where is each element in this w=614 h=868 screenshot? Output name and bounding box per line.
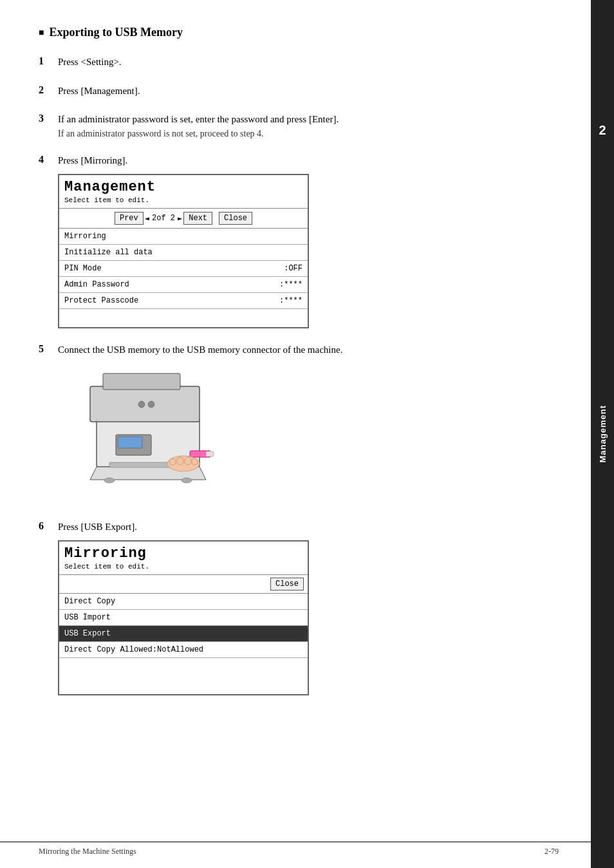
printer-illustration <box>77 367 219 496</box>
row-pin-label: PIN Mode <box>64 264 102 273</box>
row-pin[interactable]: PIN Mode :OFF <box>59 261 308 277</box>
step-2-content: Press [Management]. <box>58 84 559 99</box>
section-title: Exporting to USB Memory <box>39 26 559 39</box>
row-usb-export[interactable]: USB Export <box>59 626 308 642</box>
mirroring-close-row: Close <box>59 574 308 594</box>
main-content: Exporting to USB Memory 1 Press <Setting… <box>0 0 591 868</box>
printer-svg <box>77 367 219 496</box>
step-1: 1 Press <Setting>. <box>39 55 559 70</box>
row-admin-label: Admin Password <box>64 280 129 289</box>
mirroring-screen: Mirroring Select item to edit. Close Dir… <box>58 540 309 695</box>
mirroring-screen-title: Mirroring <box>59 542 308 563</box>
row-usb-import-label: USB Import <box>64 613 111 622</box>
step-5-number: 5 <box>39 343 58 355</box>
management-screen: Management Select item to edit. Prev ◄ 2… <box>58 174 309 328</box>
row-mirroring[interactable]: Mirroring <box>59 229 308 245</box>
step-6-number: 6 <box>39 520 58 532</box>
svg-point-19 <box>181 478 192 483</box>
row-admin-value: :**** <box>279 280 302 289</box>
step-4-content: Press [Mirroring]. Management Select ite… <box>58 153 559 329</box>
row-usb-import[interactable]: USB Import <box>59 610 308 626</box>
mirroring-close-button[interactable]: Close <box>270 578 304 590</box>
step-3-text: If an administrator password is set, ent… <box>58 112 559 127</box>
management-screen-subtitle: Select item to edit. <box>59 196 308 208</box>
row-initialize-label: Initialize all data <box>64 248 153 257</box>
step-1-content: Press <Setting>. <box>58 55 559 70</box>
svg-rect-2 <box>103 373 180 390</box>
svg-rect-10 <box>169 458 176 465</box>
footer-right: 2-79 <box>544 847 559 856</box>
step-3: 3 If an administrator password is set, e… <box>39 112 559 139</box>
svg-point-18 <box>104 478 115 483</box>
nav-arrow-right: ► <box>178 214 182 223</box>
svg-rect-11 <box>177 457 183 465</box>
step-5-content: Connect the USB memory to the USB memory… <box>58 343 559 505</box>
page-container: Exporting to USB Memory 1 Press <Setting… <box>0 0 614 868</box>
step-2-text: Press [Management]. <box>58 84 559 99</box>
step-3-number: 3 <box>39 112 58 124</box>
step-3-sub: If an administrator password is not set,… <box>58 129 559 139</box>
row-direct-copy-allowed-label: Direct Copy Allowed:NotAllowed <box>64 645 203 654</box>
footer-left: Mirroring the Machine Settings <box>39 847 136 856</box>
step-6: 6 Press [USB Export]. Mirroring Select i… <box>39 520 559 696</box>
svg-rect-8 <box>206 451 214 457</box>
row-protect-value: :**** <box>279 296 302 305</box>
page-number-tab: 2 <box>591 116 614 144</box>
row-initialize[interactable]: Initialize all data <box>59 245 308 261</box>
management-nav-row: Prev ◄ 2of 2 ► Next Close <box>59 208 308 229</box>
section-title-text: Exporting to USB Memory <box>49 26 182 39</box>
svg-point-16 <box>138 401 145 408</box>
step-4: 4 Press [Mirroring]. Management Select i… <box>39 153 559 329</box>
row-admin[interactable]: Admin Password :**** <box>59 277 308 293</box>
side-tab: 2 Management <box>591 0 614 868</box>
step-4-text: Press [Mirroring]. <box>58 153 559 168</box>
footer-line <box>0 842 591 842</box>
row-protect[interactable]: Protect Passcode :**** <box>59 293 308 309</box>
step-6-text: Press [USB Export]. <box>58 520 559 534</box>
row-direct-copy-label: Direct Copy <box>64 597 115 606</box>
close-button[interactable]: Close <box>219 212 252 225</box>
row-mirroring-label: Mirroring <box>64 232 106 241</box>
row-empty-1 <box>59 309 308 327</box>
step-5-text: Connect the USB memory to the USB memory… <box>58 343 559 357</box>
row-empty-3 <box>59 676 308 694</box>
row-direct-copy[interactable]: Direct Copy <box>59 594 308 610</box>
row-protect-label: Protect Passcode <box>64 296 138 305</box>
svg-rect-4 <box>118 437 142 448</box>
step-1-text: Press <Setting>. <box>58 55 559 70</box>
page-info: 2of 2 <box>152 214 175 223</box>
management-screen-title: Management <box>59 175 308 196</box>
row-empty-2 <box>59 658 308 676</box>
step-2-number: 2 <box>39 84 58 96</box>
row-direct-copy-allowed[interactable]: Direct Copy Allowed:NotAllowed <box>59 642 308 658</box>
svg-rect-12 <box>185 457 191 465</box>
svg-rect-13 <box>192 458 198 465</box>
footer-text: Mirroring the Machine Settings 2-79 <box>39 847 559 856</box>
step-4-number: 4 <box>39 153 58 165</box>
row-usb-export-label: USB Export <box>64 629 111 638</box>
step-2: 2 Press [Management]. <box>39 84 559 99</box>
step-6-content: Press [USB Export]. Mirroring Select ite… <box>58 520 559 696</box>
row-pin-value: :OFF <box>284 264 302 273</box>
next-button[interactable]: Next <box>183 212 212 225</box>
step-1-number: 1 <box>39 55 58 67</box>
step-3-content: If an administrator password is set, ent… <box>58 112 559 139</box>
step-5: 5 Connect the USB memory to the USB memo… <box>39 343 559 505</box>
side-tab-text: Management <box>598 405 608 462</box>
prev-button[interactable]: Prev <box>115 212 144 225</box>
nav-arrow-left: ◄ <box>145 214 149 223</box>
svg-point-17 <box>148 401 154 408</box>
mirroring-screen-subtitle: Select item to edit. <box>59 563 308 574</box>
